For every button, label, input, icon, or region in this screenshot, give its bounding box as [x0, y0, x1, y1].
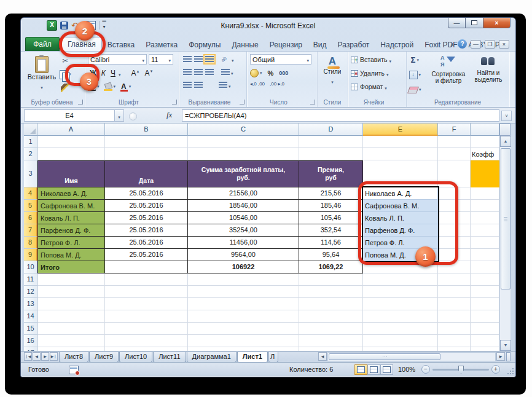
tab-review[interactable]: Рецензир — [264, 38, 308, 51]
hscroll-left-icon[interactable]: ◀ — [318, 352, 327, 361]
cell-C6[interactable]: 10546,00 — [188, 212, 299, 224]
column-header-A[interactable]: A — [37, 124, 105, 136]
restore-button[interactable] — [466, 18, 483, 28]
cell-D6[interactable]: 105,46 — [299, 212, 363, 224]
increase-indent-icon[interactable] — [194, 82, 203, 88]
cell-A6[interactable]: Коваль Л. П. — [37, 212, 105, 224]
font-size-select[interactable]: 11 — [149, 54, 173, 65]
underline-button[interactable]: Ч — [109, 69, 117, 77]
column-header-B[interactable]: B — [105, 124, 188, 136]
scroll-up-icon[interactable]: ▲ — [500, 136, 511, 147]
percent-style-button[interactable]: % — [268, 69, 274, 77]
paste-button[interactable]: Вставить — [28, 54, 56, 97]
align-right-icon[interactable] — [205, 69, 214, 76]
cell-C4[interactable]: 21556,00 — [188, 187, 299, 200]
insert-function-button[interactable]: fx — [166, 110, 172, 120]
normal-view-button[interactable] — [354, 364, 367, 375]
row-header-4[interactable]: 4 — [24, 187, 37, 200]
tab-formulas[interactable]: Формулы — [183, 38, 226, 51]
row-header-12[interactable]: 12 — [24, 286, 37, 298]
help-icon[interactable]: ? — [458, 39, 467, 49]
align-center-icon[interactable] — [194, 69, 203, 76]
row-header-10[interactable]: 10 — [24, 261, 37, 273]
vertical-scrollbar[interactable]: ▲ ▼ — [499, 136, 510, 351]
find-select-button[interactable]: Найти и выделить — [470, 53, 507, 83]
sheet-tab-list9[interactable]: Лист9 — [89, 352, 119, 363]
font-color-button[interactable]: А — [120, 81, 131, 92]
align-top-icon[interactable] — [183, 56, 192, 63]
tab-addins[interactable]: Надстрой — [375, 38, 419, 51]
column-header-C[interactable]: C — [188, 124, 299, 136]
hscroll-right-icon[interactable]: ▶ — [496, 352, 505, 361]
page-layout-view-button[interactable] — [367, 364, 380, 375]
decrease-decimal-icon[interactable]: ,00 ▸,0 — [270, 81, 284, 87]
cell-C10[interactable]: 106922 — [188, 261, 299, 273]
cell-B10[interactable] — [105, 261, 188, 273]
cell-B6[interactable]: 25.05.2016 — [105, 212, 188, 224]
fill-color-button[interactable] — [104, 81, 116, 92]
scrollbar-split-box[interactable] — [499, 124, 510, 136]
row-header-3[interactable]: 3 — [24, 160, 37, 187]
cell-D3[interactable]: Премия, руб — [299, 160, 363, 187]
tab-data[interactable]: Данные — [226, 38, 264, 51]
row-header-9[interactable]: 9 — [24, 249, 37, 261]
vertical-scroll-thumb[interactable] — [501, 148, 510, 289]
collapse-ribbon-icon[interactable]: ∧ — [450, 41, 454, 47]
cell-A7[interactable]: Парфенов Д. Ф. — [37, 224, 105, 237]
cell-G2[interactable]: Коэфф — [471, 148, 499, 160]
zoom-slider-thumb[interactable] — [458, 366, 464, 374]
cell-D8[interactable]: 114,56 — [299, 237, 363, 249]
italic-button[interactable]: К — [100, 69, 108, 77]
row-header-16[interactable]: 16 — [24, 335, 37, 347]
align-left-icon[interactable] — [183, 69, 192, 76]
cell-A3[interactable]: Имя — [37, 160, 105, 187]
formula-input[interactable]: =СЖПРОБЕЛЫ(A4) — [182, 109, 499, 122]
excel-logo-icon[interactable]: X — [47, 20, 57, 31]
cell-B3[interactable]: Дата — [105, 160, 188, 187]
cell-D5[interactable]: 185,46 — [299, 200, 363, 212]
cell-styles-button[interactable]: А Стили — [319, 54, 345, 86]
first-sheet-icon[interactable]: ❘◀ — [24, 352, 32, 361]
horizontal-scroll-thumb[interactable] — [329, 353, 440, 360]
cell-C7[interactable]: 35254,00 — [188, 224, 299, 237]
align-bottom-icon[interactable] — [205, 56, 214, 63]
cell-A8[interactable]: Петров Ф. Л. — [37, 237, 105, 249]
row-header-1[interactable]: 1 — [24, 136, 37, 148]
column-header-F[interactable]: F — [438, 124, 471, 136]
font-dialog-launcher-icon[interactable] — [172, 100, 177, 104]
cell-A5[interactable]: Сафронова В. М. — [37, 200, 105, 212]
workbook-close-button[interactable]: × — [499, 40, 509, 49]
cell-A10[interactable]: Итого — [37, 261, 105, 273]
tab-splitter-handle[interactable] — [506, 352, 510, 361]
cell-G3[interactable] — [471, 160, 499, 187]
delete-cells-button[interactable]: Удалить — [349, 68, 389, 79]
sheet-tab-diagram1[interactable]: Диаграмма1 — [187, 352, 237, 363]
orientation-icon[interactable] — [221, 55, 230, 63]
row-header-7[interactable]: 7 — [24, 224, 37, 237]
row-header-8[interactable]: 8 — [24, 237, 37, 249]
tab-insert[interactable]: Вставка — [102, 38, 141, 51]
number-format-select[interactable]: Общий — [250, 54, 311, 65]
cell-B9[interactable]: 25.05.2016 — [105, 249, 188, 261]
cell-B7[interactable]: 25.05.2016 — [105, 224, 188, 237]
horizontal-scrollbar[interactable] — [327, 352, 496, 361]
next-sheet-icon[interactable]: ▶ — [41, 352, 49, 361]
cell-C8[interactable]: 11456,00 — [188, 237, 299, 249]
close-button[interactable]: × — [483, 18, 510, 28]
tab-view[interactable]: Вид — [308, 38, 332, 51]
comma-style-button[interactable]: 000 — [279, 70, 288, 76]
align-middle-icon[interactable] — [194, 56, 203, 63]
tab-file[interactable]: Файл — [25, 37, 60, 51]
clear-button[interactable] — [409, 84, 421, 95]
insert-cells-button[interactable]: Вставить — [349, 54, 391, 65]
minimize-button[interactable]: — — [448, 18, 466, 28]
cell-D4[interactable]: 215,56 — [299, 187, 363, 200]
cell-A4[interactable]: Николаев А. Д. — [37, 187, 105, 200]
resize-grip-icon[interactable] — [507, 368, 514, 374]
save-icon[interactable] — [60, 22, 68, 29]
cell-D9[interactable]: 95,64 — [299, 249, 363, 261]
sheet-tab-list11[interactable]: Лист11 — [153, 352, 186, 363]
cell-C9[interactable]: 9564,00 — [188, 249, 299, 261]
sort-filter-button[interactable]: Сортировка и фильтр — [428, 53, 469, 84]
qat-customize-icon[interactable]: ▔▾ — [99, 21, 106, 29]
